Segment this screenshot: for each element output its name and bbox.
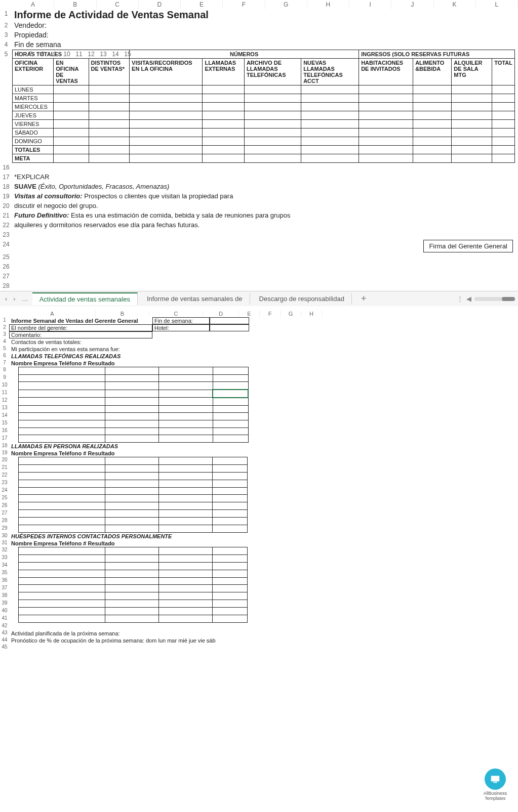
data-cell[interactable] [452,111,492,120]
row-header[interactable]: 13 [0,405,9,412]
row-header[interactable]: 22 [0,221,12,230]
data-cell[interactable] [89,137,130,146]
data-cell[interactable] [130,137,203,146]
table-row[interactable] [19,585,248,592]
data-cell[interactable] [359,103,413,111]
row-header[interactable]: 3 [0,30,12,40]
data-cell[interactable] [359,94,413,103]
table-row[interactable] [19,487,248,495]
row-header[interactable]: 7 [0,360,9,367]
data-cell[interactable] [213,577,248,585]
tab-actividad[interactable]: Actividad de ventas semanales [32,292,138,305]
col-header[interactable]: C [149,310,203,317]
row-header[interactable]: 21 [0,211,12,221]
data-cell[interactable] [213,435,248,443]
row-header[interactable]: 20 [0,457,9,464]
day-cell[interactable]: VIERNES [13,120,54,129]
day-cell[interactable]: DOMINGO [13,137,54,146]
tab-prev-icon[interactable]: ‹ [3,295,9,303]
data-cell[interactable] [452,86,492,94]
row-header[interactable]: 8 [0,367,9,374]
data-cell[interactable] [213,600,248,608]
data-cell[interactable] [359,111,413,120]
day-cell[interactable]: LUNES [13,86,54,94]
row-header[interactable]: 17 [0,173,12,182]
data-cell[interactable] [213,472,248,480]
scroll-left-icon[interactable]: ◀ [466,295,471,303]
row-header[interactable]: 24 [0,487,9,495]
table-row[interactable] [19,420,249,428]
data-cell[interactable] [203,86,245,94]
data-cell[interactable] [244,120,301,129]
table-row[interactable] [19,547,248,555]
data-cell[interactable] [213,592,248,600]
table-row[interactable] [19,608,248,615]
row-header[interactable]: 28 [0,281,12,291]
col-header[interactable]: I [349,0,391,9]
table-row[interactable] [19,510,248,518]
data-cell[interactable] [359,120,413,129]
row-header[interactable]: 1 [0,9,12,21]
data-cell[interactable] [301,120,359,129]
row-header[interactable]: 33 [0,554,9,562]
table-row[interactable] [19,382,249,390]
row-header[interactable]: 26 [0,262,12,272]
data-cell[interactable] [452,94,492,103]
data-cell[interactable] [54,129,89,137]
col-header[interactable]: K [434,0,476,9]
row-header[interactable]: 42 [0,623,9,630]
data-cell[interactable] [301,94,359,103]
table-row[interactable]: SÁBADO [13,129,515,137]
table-row[interactable]: MIÉRCOLES [13,103,515,111]
table-row[interactable]: VIERNES [13,120,515,129]
signature-box[interactable]: Firma del Gerente General [423,240,513,252]
data-cell[interactable] [89,120,130,129]
table-row[interactable] [19,554,248,562]
table-row[interactable] [19,502,248,510]
data-cell[interactable] [89,111,130,120]
data-cell[interactable] [213,382,248,390]
data-cell[interactable] [54,120,89,129]
data-cell[interactable] [54,86,89,94]
row-header[interactable]: 26 [0,502,9,510]
data-cell[interactable] [301,111,359,120]
data-cell[interactable] [130,111,203,120]
data-cell[interactable] [452,137,492,146]
row-header[interactable]: 19 [0,192,12,201]
table-row[interactable]: LUNES [13,86,515,94]
data-cell[interactable] [89,94,130,103]
row-header[interactable]: 9 [0,374,9,382]
data-cell[interactable] [413,120,452,129]
data-cell[interactable] [359,129,413,137]
table-row[interactable]: MARTES [13,94,515,103]
data-cell[interactable] [213,413,248,420]
day-cell[interactable]: MARTES [13,94,54,103]
data-cell[interactable] [130,94,203,103]
row-header[interactable]: 38 [0,592,9,600]
col-header[interactable]: G [265,0,307,9]
data-cell[interactable] [213,398,248,405]
row-header[interactable]: 24 [0,240,12,252]
data-cell[interactable] [213,562,248,570]
col-header[interactable]: E [181,0,223,9]
data-cell[interactable] [452,103,492,111]
row-header[interactable]: 25 [0,495,9,502]
row-header[interactable]: 23 [0,230,12,240]
row-header[interactable]: 44 [0,637,9,644]
row-header[interactable]: 35 [0,570,9,577]
data-cell[interactable] [213,457,248,465]
row-header[interactable]: 30 [0,533,9,540]
data-cell[interactable] [492,86,515,94]
data-cell[interactable] [213,554,248,562]
data-cell[interactable] [301,129,359,137]
data-cell[interactable] [213,495,248,502]
row-header[interactable]: 15 [0,420,9,428]
data-cell[interactable] [492,137,515,146]
row-header[interactable]: 21 [0,464,9,472]
col-header[interactable]: C [97,0,139,9]
data-cell[interactable] [213,547,248,555]
table-row[interactable] [19,413,249,420]
data-cell[interactable] [413,137,452,146]
col-header[interactable]: J [391,0,433,9]
row-header[interactable]: 18 [0,443,9,450]
